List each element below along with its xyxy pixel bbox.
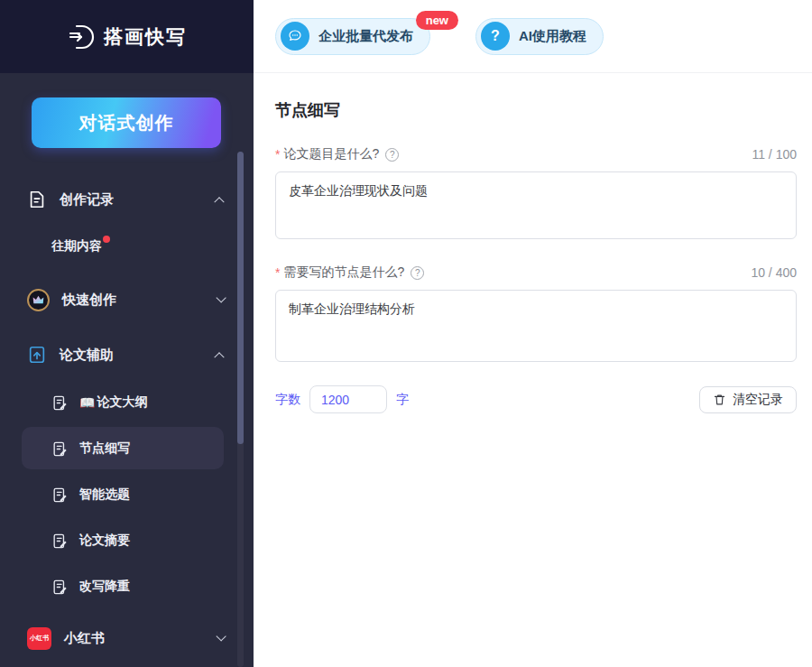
sidebar-scrollbar-track[interactable] [237,152,244,667]
ai-tutorial-label: AI使用教程 [519,28,586,45]
node-label: 需要写的节点是什么? [283,264,404,281]
required-marker: * [275,147,280,162]
sidebar-item-paper-assist[interactable]: 论文辅助 [0,333,254,376]
sidebar-item-creation-records[interactable]: 创作记录 [0,178,254,221]
question-glyph: ? [491,28,500,44]
char-counter: 11 / 100 [752,147,797,162]
char-counter: 10 / 400 [751,265,797,280]
paper-upload-icon [27,345,47,365]
new-badge: new [416,11,458,30]
sidebar-item-paper-abstract[interactable]: 论文摘要 [0,519,254,562]
sidebar-item-rewrite[interactable]: 改写降重 [0,565,254,608]
doc-pen-icon [51,394,69,412]
doc-pen-icon [51,440,69,458]
chevron-down-icon [216,631,226,641]
sidebar-item-paper-outline[interactable]: 📖 论文大纲 [0,383,254,422]
paper-title-label: 论文题目是什么? [283,146,379,162]
crown-icon [27,289,50,311]
enterprise-batch-publish-button[interactable]: 企业批量代发布 new [275,18,430,55]
sidebar-item-label: 论文摘要 [79,533,130,549]
help-icon[interactable]: ? [411,266,424,280]
top-header: 企业批量代发布 new ? AI使用教程 [254,0,812,73]
document-icon [27,190,47,209]
bottom-row: 字数 字 清空记录 [275,385,797,413]
trash-icon [713,393,726,406]
doc-pen-icon [51,579,69,596]
logo-d-icon [67,23,96,51]
ai-tutorial-button[interactable]: ? AI使用教程 [475,18,604,55]
help-glyph: ? [390,150,395,160]
book-icon: 📖 [79,395,95,410]
sidebar-item-label: 论文大纲 [97,394,147,411]
dialog-create-button[interactable]: 对话式创作 [32,97,221,148]
chevron-down-icon [216,292,226,302]
sidebar-item-label: 快速创作 [62,292,116,309]
sidebar-item-node-detail[interactable]: 节点细写 [0,427,254,470]
sidebar-item-label: 往期内容 [51,238,102,255]
doc-pen-icon [51,533,69,550]
question-circle-icon: ? [481,22,510,51]
node-input[interactable]: 制革企业治理结构分析 [275,290,797,362]
clear-records-button[interactable]: 清空记录 [699,386,797,413]
help-icon[interactable]: ? [385,148,399,162]
xiaohongshu-icon: 小红书 [27,627,51,650]
chat-bubbles-icon [281,22,309,51]
paper-title-input[interactable]: 皮革企业治理现状及问题 [275,171,797,239]
help-glyph: ? [415,268,420,278]
word-count-input[interactable] [309,385,387,413]
sidebar-item-label: 创作记录 [60,191,114,208]
sidebar-item-past-content[interactable]: 往期内容 [0,228,254,264]
sidebar-item-label: 智能选题 [79,486,130,503]
main-content: 节点细写 * 论文题目是什么? ? 11 / 100 皮革企业治理现状及问题 *… [254,74,812,667]
field-label-row: * 需要写的节点是什么? ? 10 / 400 [275,264,797,281]
sidebar-item-label: 论文辅助 [60,347,114,364]
enterprise-batch-publish-label: 企业批量代发布 [318,28,413,45]
sidebar-item-label: 小红书 [64,630,105,647]
notification-dot [103,236,110,243]
chevron-up-icon [214,352,224,362]
sidebar-scrollbar-thumb[interactable] [237,152,244,444]
logo: 搭画快写 [0,0,254,73]
field-label-row: * 论文题目是什么? ? 11 / 100 [275,146,797,162]
xiaohongshu-icon-text: 小红书 [30,634,49,643]
sidebar-item-quick-create[interactable]: 快速创作 [0,278,254,321]
word-count-label: 字数 [275,392,300,408]
sidebar-item-label: 节点细写 [79,440,130,457]
page-title: 节点细写 [275,99,797,121]
sidebar: 搭画快写 对话式创作 创作记录 往期内容 快速创作 [0,0,254,667]
clear-records-label: 清空记录 [733,392,783,408]
sidebar-item-smart-topic[interactable]: 智能选题 [0,473,254,516]
sidebar-item-xiaohongshu[interactable]: 小红书 小红书 [0,616,254,660]
doc-pen-icon [51,486,69,504]
dialog-create-label: 对话式创作 [79,111,174,135]
word-count-unit: 字 [396,392,409,408]
chevron-up-icon [214,197,224,207]
sidebar-item-label: 改写降重 [79,579,130,595]
required-marker: * [275,265,280,280]
app-title: 搭画快写 [104,24,187,50]
